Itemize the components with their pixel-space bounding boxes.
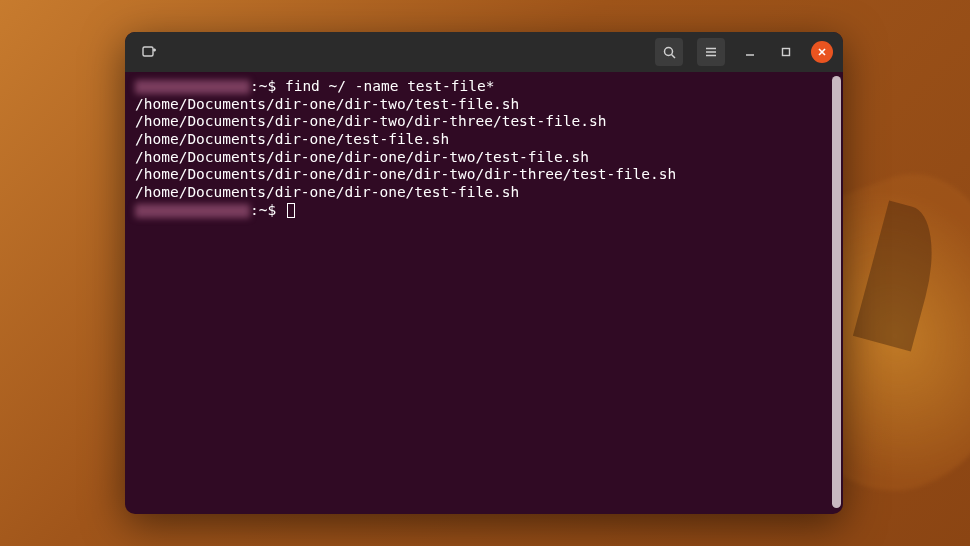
redacted-user-host [135, 80, 250, 94]
hamburger-icon [704, 45, 718, 59]
output-line: /home/Documents/dir-one/test-file.sh [135, 131, 833, 149]
close-button[interactable] [811, 41, 833, 63]
svg-line-4 [671, 54, 675, 58]
output-line: /home/Documents/dir-one/dir-one/dir-two/… [135, 149, 833, 167]
minimize-button[interactable] [739, 41, 761, 63]
terminal-scrollbar[interactable] [832, 76, 841, 508]
output-line: /home/Documents/dir-one/dir-one/test-fil… [135, 184, 833, 202]
terminal-window: :~$ find ~/ -name test-file* /home/Docum… [125, 32, 843, 514]
hamburger-menu-button[interactable] [697, 38, 725, 66]
cursor [287, 203, 295, 218]
redacted-user-host [135, 204, 250, 218]
prompt-line: :~$ [135, 202, 833, 220]
minimize-icon [744, 46, 756, 58]
terminal-content[interactable]: :~$ find ~/ -name test-file* /home/Docum… [125, 72, 843, 514]
output-line: /home/Documents/dir-one/dir-one/dir-two/… [135, 166, 833, 184]
search-icon [662, 45, 677, 60]
command-text: find ~/ -name test-file* [285, 78, 495, 94]
new-tab-icon [141, 44, 157, 60]
window-titlebar[interactable] [125, 32, 843, 72]
prompt-suffix: :~$ [250, 78, 285, 94]
svg-rect-9 [783, 49, 790, 56]
command-line: :~$ find ~/ -name test-file* [135, 78, 833, 96]
svg-rect-0 [143, 47, 153, 56]
svg-point-3 [664, 47, 672, 55]
prompt-suffix: :~$ [250, 202, 285, 218]
new-tab-button[interactable] [135, 38, 163, 66]
output-line: /home/Documents/dir-one/dir-two/test-fil… [135, 96, 833, 114]
maximize-button[interactable] [775, 41, 797, 63]
close-icon [817, 47, 827, 57]
search-button[interactable] [655, 38, 683, 66]
maximize-icon [780, 46, 792, 58]
output-line: /home/Documents/dir-one/dir-two/dir-thre… [135, 113, 833, 131]
